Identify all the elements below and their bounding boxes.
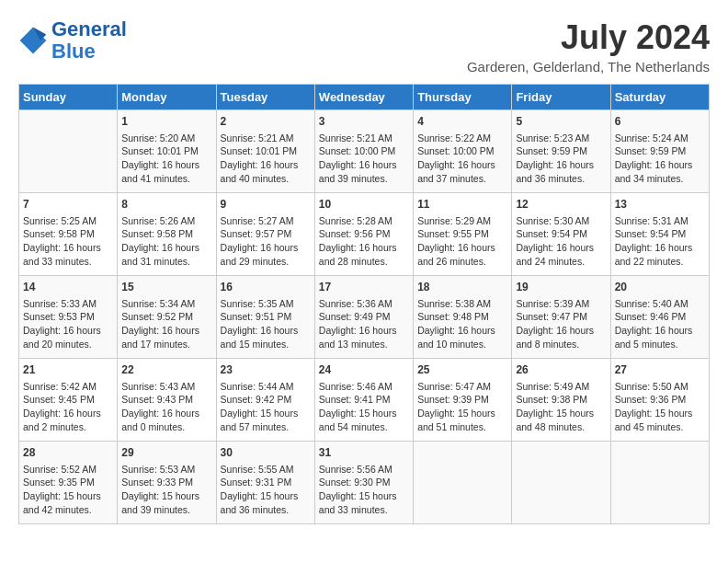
calendar-cell: 6Sunrise: 5:24 AMSunset: 9:59 PMDaylight… xyxy=(610,110,709,193)
day-info-line: and 48 minutes. xyxy=(516,421,585,432)
day-info-line: Sunset: 10:00 PM xyxy=(417,145,494,156)
day-info-line: Daylight: 16 hours xyxy=(23,408,101,419)
day-info: Sunrise: 5:55 AMSunset: 9:31 PMDaylight:… xyxy=(221,463,311,517)
day-info-line: Sunset: 9:53 PM xyxy=(23,311,95,322)
day-number: 7 xyxy=(23,197,113,213)
day-info-line: Sunrise: 5:36 AM xyxy=(319,298,392,309)
day-info-line: Daylight: 15 hours xyxy=(615,408,693,419)
day-info-line: Daylight: 15 hours xyxy=(23,490,101,501)
day-info: Sunrise: 5:21 AMSunset: 10:01 PMDaylight… xyxy=(221,132,311,186)
day-number: 20 xyxy=(615,280,705,295)
calendar-cell xyxy=(414,442,512,524)
week-row-1: 1Sunrise: 5:20 AMSunset: 10:01 PMDayligh… xyxy=(19,110,710,193)
day-info-line: and 57 minutes. xyxy=(221,421,290,432)
day-info-line: Sunrise: 5:49 AM xyxy=(516,381,589,392)
calendar-cell xyxy=(19,110,118,193)
calendar-cell: 25Sunrise: 5:47 AMSunset: 9:39 PMDayligh… xyxy=(414,359,512,442)
day-info: Sunrise: 5:49 AMSunset: 9:38 PMDaylight:… xyxy=(516,380,606,434)
day-number: 17 xyxy=(319,280,409,295)
day-info-line: Sunrise: 5:56 AM xyxy=(319,464,392,475)
day-info-line: Sunset: 9:38 PM xyxy=(516,394,587,405)
calendar-cell: 17Sunrise: 5:36 AMSunset: 9:49 PMDayligh… xyxy=(314,276,413,359)
day-info: Sunrise: 5:47 AMSunset: 9:39 PMDaylight:… xyxy=(417,380,507,434)
day-info-line: Sunrise: 5:38 AM xyxy=(417,298,491,309)
day-info-line: and 31 minutes. xyxy=(121,256,190,267)
day-info-line: Daylight: 16 hours xyxy=(121,159,199,170)
day-info: Sunrise: 5:26 AMSunset: 9:58 PMDaylight:… xyxy=(121,214,211,269)
day-info-line: Sunrise: 5:26 AM xyxy=(121,215,195,226)
header-cell-sunday: Sunday xyxy=(19,85,118,110)
day-info-line: and 40 minutes. xyxy=(221,173,290,184)
day-info-line: Daylight: 15 hours xyxy=(221,490,299,501)
calendar-cell xyxy=(610,442,709,524)
page-header: General Blue July 2024 Garderen, Gelderl… xyxy=(18,18,710,75)
title-block: July 2024 Garderen, Gelderland, The Neth… xyxy=(467,18,710,75)
day-number: 29 xyxy=(121,445,211,461)
calendar-cell: 27Sunrise: 5:50 AMSunset: 9:36 PMDayligh… xyxy=(610,359,709,442)
day-number: 19 xyxy=(516,280,606,295)
day-info-line: and 45 minutes. xyxy=(615,421,684,432)
day-number: 6 xyxy=(615,114,705,130)
day-number: 5 xyxy=(516,114,606,130)
day-number: 30 xyxy=(221,445,311,461)
calendar-cell: 4Sunrise: 5:22 AMSunset: 10:00 PMDayligh… xyxy=(414,110,512,193)
day-number: 9 xyxy=(221,197,311,213)
calendar-cell: 29Sunrise: 5:53 AMSunset: 9:33 PMDayligh… xyxy=(118,442,216,524)
day-info: Sunrise: 5:22 AMSunset: 10:00 PMDaylight… xyxy=(417,132,507,186)
day-info-line: Sunset: 9:41 PM xyxy=(319,394,391,405)
day-info: Sunrise: 5:31 AMSunset: 9:54 PMDaylight:… xyxy=(615,214,705,269)
day-info-line: Daylight: 16 hours xyxy=(23,242,101,253)
day-number: 18 xyxy=(417,280,507,295)
day-info-line: Sunrise: 5:21 AM xyxy=(221,132,294,144)
day-info: Sunrise: 5:44 AMSunset: 9:42 PMDaylight:… xyxy=(221,380,311,434)
calendar-cell: 20Sunrise: 5:40 AMSunset: 9:46 PMDayligh… xyxy=(610,276,709,359)
day-info-line: Daylight: 16 hours xyxy=(121,242,199,253)
calendar-cell: 3Sunrise: 5:21 AMSunset: 10:00 PMDayligh… xyxy=(314,110,413,193)
day-info-line: Sunrise: 5:44 AM xyxy=(221,381,294,392)
day-info-line: Daylight: 15 hours xyxy=(221,408,299,419)
day-info-line: Sunset: 9:48 PM xyxy=(417,311,489,322)
day-info-line: Sunrise: 5:29 AM xyxy=(417,215,491,226)
day-info: Sunrise: 5:24 AMSunset: 9:59 PMDaylight:… xyxy=(615,132,705,186)
day-info-line: Sunrise: 5:33 AM xyxy=(23,298,97,309)
day-number: 31 xyxy=(319,445,409,461)
calendar-cell: 15Sunrise: 5:34 AMSunset: 9:52 PMDayligh… xyxy=(118,276,216,359)
day-info-line: Daylight: 16 hours xyxy=(319,325,397,336)
day-number: 16 xyxy=(221,280,311,295)
calendar-cell: 8Sunrise: 5:26 AMSunset: 9:58 PMDaylight… xyxy=(118,193,216,276)
day-info: Sunrise: 5:28 AMSunset: 9:56 PMDaylight:… xyxy=(319,214,409,269)
day-info-line: and 28 minutes. xyxy=(319,256,388,267)
day-info: Sunrise: 5:42 AMSunset: 9:45 PMDaylight:… xyxy=(23,380,113,434)
day-info-line: Sunrise: 5:35 AM xyxy=(221,298,294,309)
day-info-line: and 10 minutes. xyxy=(417,339,486,350)
day-info-line: Sunrise: 5:43 AM xyxy=(121,381,195,392)
location-text: Garderen, Gelderland, The Netherlands xyxy=(467,59,710,75)
day-info-line: and 36 minutes. xyxy=(221,504,290,515)
day-number: 10 xyxy=(319,197,409,213)
calendar-cell: 16Sunrise: 5:35 AMSunset: 9:51 PMDayligh… xyxy=(216,276,314,359)
day-info-line: Sunset: 10:01 PM xyxy=(121,145,198,156)
day-info-line: Sunrise: 5:23 AM xyxy=(516,132,589,144)
day-info-line: Sunset: 9:36 PM xyxy=(615,394,687,405)
calendar-cell: 21Sunrise: 5:42 AMSunset: 9:45 PMDayligh… xyxy=(19,359,118,442)
day-info-line: Daylight: 16 hours xyxy=(516,159,594,170)
day-number: 23 xyxy=(221,362,311,378)
day-info: Sunrise: 5:35 AMSunset: 9:51 PMDaylight:… xyxy=(221,297,311,351)
calendar-body: 1Sunrise: 5:20 AMSunset: 10:01 PMDayligh… xyxy=(19,110,710,524)
calendar-cell: 28Sunrise: 5:52 AMSunset: 9:35 PMDayligh… xyxy=(19,442,118,524)
day-info-line: and 17 minutes. xyxy=(121,339,190,350)
day-info-line: and 29 minutes. xyxy=(221,256,290,267)
day-info-line: Sunset: 9:55 PM xyxy=(417,228,489,239)
day-info-line: Daylight: 16 hours xyxy=(615,159,693,170)
calendar-table: SundayMondayTuesdayWednesdayThursdayFrid… xyxy=(18,84,710,524)
calendar-cell: 13Sunrise: 5:31 AMSunset: 9:54 PMDayligh… xyxy=(610,193,709,276)
day-number: 11 xyxy=(417,197,507,213)
day-info-line: and 39 minutes. xyxy=(319,173,388,184)
day-info-line: Sunset: 9:58 PM xyxy=(121,228,193,239)
day-info-line: Sunset: 9:54 PM xyxy=(615,228,687,239)
calendar-cell: 30Sunrise: 5:55 AMSunset: 9:31 PMDayligh… xyxy=(216,442,314,524)
day-info-line: Sunset: 9:59 PM xyxy=(516,145,587,156)
day-info: Sunrise: 5:36 AMSunset: 9:49 PMDaylight:… xyxy=(319,297,409,351)
calendar-cell: 5Sunrise: 5:23 AMSunset: 9:59 PMDaylight… xyxy=(512,110,610,193)
day-info-line: Sunrise: 5:21 AM xyxy=(319,132,392,144)
